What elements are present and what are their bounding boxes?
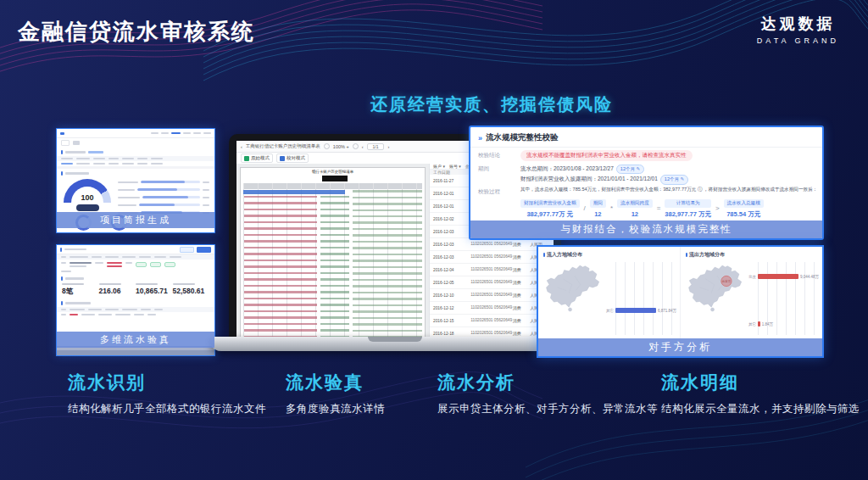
table-row[interactable]: 2016-12-15 1102026501 05620649 消费 人民币	[430, 315, 554, 327]
brand-name-cn: 达观数据	[757, 14, 839, 34]
briefing-score-section-label	[57, 169, 214, 177]
stat-value: 10,865.71	[136, 287, 173, 295]
score-pill	[76, 204, 99, 211]
briefing-caption: 项目简报生成	[57, 212, 214, 228]
process-label: 校验过程	[478, 187, 520, 196]
stat-value: 52,580.61	[173, 287, 210, 295]
laptop-base	[209, 337, 581, 351]
prev-page-icon[interactable]: ‹	[362, 144, 364, 149]
feature-title: 流水识别	[68, 371, 266, 394]
feature-title: 流水明细	[661, 371, 860, 394]
period-line-1: 流水总期间：2023/01/08 - 2023/12/2712个月 ✎	[520, 164, 688, 174]
verify-button[interactable]	[180, 247, 194, 253]
check-panel-title: » 流水规模完整性校验	[470, 127, 822, 148]
feature-desc: 结构化展示全量流水，并支持剔除与筛选	[661, 402, 860, 416]
zoom-control[interactable]: 100% +	[333, 144, 349, 149]
slide-subtitle: 还原经营实质、挖掘偿债风险	[254, 93, 729, 116]
outflow-bar-chart: 北京 9,044.48万 其它 1.84万	[758, 262, 819, 335]
feature-detail: 流水明细 结构化展示全量流水，并支持剔除与筛选	[661, 371, 860, 416]
edit-icon: ✎	[681, 176, 685, 181]
fit-icon[interactable]	[353, 143, 359, 149]
stat-item: 52,580.61	[173, 283, 210, 297]
stat-item: 216.06	[99, 283, 136, 297]
score-gauge: 100	[64, 179, 113, 215]
verify-button[interactable]	[197, 247, 211, 253]
table-row[interactable]: 2016-12-04 1102026501 05620649 消费 人民币	[430, 264, 554, 276]
chevron-right-icon: »	[478, 134, 482, 142]
outflow-title: 流出方地域分布	[689, 251, 725, 259]
briefing-screenshot: 100 项目简报生成	[56, 128, 215, 233]
score-value: 100	[64, 193, 111, 202]
doc-title: 工商银行借记卡账户历史明细清单表	[246, 143, 320, 149]
redaction-box	[322, 176, 348, 181]
china-map: 北京市	[682, 260, 752, 318]
verify-stats-section-label	[57, 274, 214, 282]
counterparty-analysis-panel: 流入方地域分布 其它 6,871.84万 流出方地域分布	[537, 245, 824, 358]
back-icon[interactable]: ‹	[241, 144, 242, 149]
feature-verification: 流水验真 多角度验真流水详情	[286, 371, 385, 416]
period-line-2: 财报利润表营业收入披露期间：2021/01/01 - 2021/12/0112个…	[520, 174, 688, 184]
feature-desc: 展示申贷主体分析、对手方分析、异常流水等	[437, 402, 658, 416]
stat-value: 8笔	[62, 287, 99, 297]
conclusion-alert: 流水规模不能覆盖财报利润表中营业收入金额，请检查流水真实性	[520, 150, 693, 161]
statement-scan-area: 银行卡账户历史明细清单	[236, 164, 429, 338]
original-mode-button[interactable]: 原始模式	[241, 153, 273, 163]
inflow-title: 流入方地域分布	[547, 251, 582, 259]
brand-name-en: DATA GRAND	[757, 36, 839, 45]
verify-detail-section-label	[57, 299, 214, 307]
verify-stats: 8笔 216.06 10,865.71 52,580.61	[57, 282, 214, 299]
selected-scan-row[interactable]	[243, 190, 345, 194]
stat-item: 10,865.71	[136, 283, 173, 297]
period-badge[interactable]: 12个月 ✎	[660, 175, 688, 184]
period-badge[interactable]: 12个月 ✎	[616, 165, 644, 174]
process-text: 其中，流水总收入规模：785.54万元，财报利润表中营业收入金额：382,977…	[520, 187, 817, 193]
page-indicator[interactable]: 1/1	[367, 143, 385, 150]
completeness-check-panel: » 流水规模完整性校验 校验结论 流水规模不能覆盖财报利润表中营业收入金额，请检…	[469, 126, 824, 240]
briefing-navbar	[57, 129, 214, 138]
feature-desc: 结构化解析几乎全部格式的银行流水文件	[68, 402, 266, 416]
table-row[interactable]: 2016-12-05 1102026501 05620649 消费 人民币	[430, 276, 554, 289]
feature-title: 流水分析	[437, 371, 658, 394]
verify-screenshot: 8笔 216.06 10,865.71 52,580.61	[56, 244, 215, 356]
conclusion-label: 校验结论	[478, 150, 520, 159]
briefing-tabs[interactable]	[57, 138, 214, 148]
period-label: 期间	[478, 164, 520, 173]
feature-desc: 多角度验真流水详情	[286, 402, 385, 416]
page-title: 金融信贷流水审核系统	[18, 17, 255, 47]
verify-detail-row[interactable]	[57, 312, 214, 317]
table-row[interactable]: 2016-12-03 1102026501 05620649 消费 人民币	[430, 238, 554, 251]
inflow-bar-chart: 其它 6,871.84万	[615, 262, 676, 335]
table-row[interactable]: 2016-12-12 1102026501 05620649 消费 人民币	[430, 302, 554, 315]
briefing-progress-list	[113, 177, 214, 216]
table-row[interactable]: 2016-12-03 1102026501 05620649 消费 人民币	[430, 251, 554, 264]
verify-caption: 多维流水验真	[57, 332, 214, 348]
briefing-section-label	[57, 148, 214, 156]
stat-item: 8笔	[62, 283, 99, 297]
proof-mode-button[interactable]: 校对模式	[276, 153, 309, 163]
scan-doc-title: 银行卡账户历史明细清单	[241, 170, 425, 174]
analysis-caption: 对手方分析	[538, 338, 822, 356]
grid-icon	[280, 156, 285, 161]
edit-icon: ✎	[637, 166, 641, 171]
next-page-icon[interactable]: ›	[387, 144, 389, 149]
check-formula: 财报利润表营业收入金额382,977.77万 元 / 期间12 * 流水期间跨度…	[520, 199, 822, 219]
region-marker-label: 北京市	[722, 280, 732, 283]
table-row[interactable]: 2016-12-10 1102026501 05620649 消费 人民币	[430, 289, 554, 302]
grid-icon	[244, 156, 249, 161]
feature-analysis: 流水分析 展示申贷主体分析、对手方分析、异常流水等	[437, 371, 658, 416]
brand-logo: 达观数据 DATA GRAND	[757, 14, 839, 45]
feature-recognition: 流水识别 结构化解析几乎全部格式的银行流水文件	[68, 371, 266, 416]
check-caption: 与财报结合，校验流水规模完整性	[470, 220, 822, 238]
verify-toolbar	[57, 245, 214, 254]
slide: 金融信贷流水审核系统 达观数据 DATA GRAND 还原经营实质、挖掘偿债风险	[0, 0, 868, 480]
feature-title: 流水验真	[286, 371, 385, 394]
stat-value: 216.06	[99, 287, 136, 295]
refresh-icon[interactable]	[324, 143, 330, 149]
verify-table-row[interactable]	[57, 260, 214, 269]
